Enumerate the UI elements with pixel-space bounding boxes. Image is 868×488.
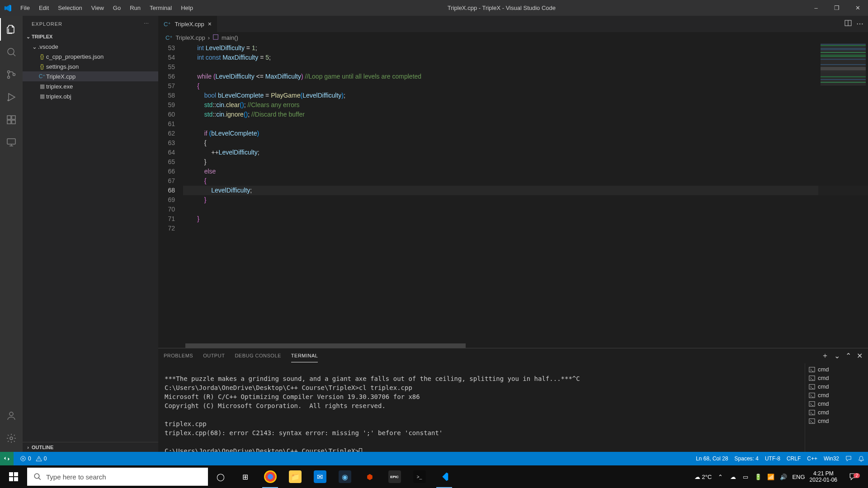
menu-help[interactable]: Help bbox=[176, 0, 198, 16]
tray-onedrive-icon[interactable]: ☁ bbox=[729, 474, 737, 480]
breadcrumb-file[interactable]: TripleX.cpp bbox=[175, 34, 205, 41]
start-button[interactable] bbox=[0, 465, 27, 488]
taskbar-search[interactable]: Type here to search bbox=[27, 468, 208, 486]
taskbar-vscode-icon[interactable] bbox=[432, 465, 457, 488]
chevron-down-icon: ⌄ bbox=[24, 33, 32, 40]
sidebar-more-icon[interactable]: ⋯ bbox=[144, 21, 149, 27]
run-debug-icon[interactable] bbox=[0, 86, 23, 108]
panel-tab-problems[interactable]: PROBLEMS bbox=[164, 349, 193, 362]
windows-taskbar: Type here to search ◯ ⊞ 📁 ✉ ◉ ⬢ EPIC >_ … bbox=[0, 465, 868, 488]
taskbar-taskview-icon[interactable]: ⊞ bbox=[233, 465, 258, 488]
weather-icon: ☁ bbox=[694, 474, 700, 480]
status-spaces[interactable]: Spaces: 4 bbox=[735, 455, 759, 462]
remote-explorer-icon[interactable] bbox=[0, 131, 23, 154]
menu-terminal[interactable]: Terminal bbox=[145, 0, 176, 16]
taskbar-cortana-icon[interactable]: ◯ bbox=[208, 465, 233, 488]
tree-folder-vscode[interactable]: ⌄ .vscode bbox=[23, 42, 158, 52]
panel-tab-output[interactable]: OUTPUT bbox=[203, 349, 225, 362]
account-icon[interactable] bbox=[0, 404, 23, 427]
tree-file-active[interactable]: C⁺ TripleX.cpp bbox=[23, 71, 158, 81]
maximize-panel-icon[interactable]: ⌃ bbox=[845, 352, 851, 360]
status-feedback-icon[interactable] bbox=[845, 455, 852, 462]
menu-edit[interactable]: Edit bbox=[34, 0, 53, 16]
tray-chevron-icon[interactable]: ⌃ bbox=[716, 474, 724, 480]
cpp-icon: C⁺ bbox=[164, 21, 171, 28]
extensions-icon[interactable] bbox=[0, 108, 23, 131]
tray-meetnow-icon[interactable]: ▭ bbox=[741, 474, 750, 480]
terminal-output[interactable]: ***The puzzle makes a grinding sound, an… bbox=[158, 363, 805, 452]
status-language[interactable]: C++ bbox=[807, 455, 817, 462]
status-target[interactable]: Win32 bbox=[824, 455, 839, 462]
explorer-icon[interactable] bbox=[0, 18, 23, 41]
tray-wifi-icon[interactable]: 📶 bbox=[767, 474, 775, 480]
menu-selection[interactable]: Selection bbox=[53, 0, 86, 16]
menu-view[interactable]: View bbox=[87, 0, 108, 16]
maximize-button[interactable]: ❐ bbox=[826, 0, 847, 16]
terminal-list-item[interactable]: cmd bbox=[805, 374, 868, 382]
terminal-list-item[interactable]: cmd bbox=[805, 399, 868, 408]
status-eol[interactable]: CRLF bbox=[787, 455, 801, 462]
close-panel-icon[interactable]: ✕ bbox=[857, 352, 863, 360]
weather-widget[interactable]: ☁ 2°C bbox=[694, 474, 712, 480]
taskbar-explorer-icon[interactable]: 📁 bbox=[283, 465, 307, 488]
search-icon[interactable] bbox=[0, 41, 23, 63]
editor-body[interactable]: 5354555657585960616263646566676869707172… bbox=[158, 43, 868, 343]
horizontal-scrollbar[interactable] bbox=[158, 343, 868, 348]
status-bell-icon[interactable] bbox=[858, 455, 864, 462]
scrollbar-thumb[interactable] bbox=[185, 343, 466, 348]
source-control-icon[interactable] bbox=[0, 63, 23, 86]
json-icon: {} bbox=[38, 63, 46, 70]
notification-center-icon[interactable]: 2 bbox=[842, 473, 864, 481]
tray-clock[interactable]: 4:21 PM 2022-01-06 bbox=[810, 470, 837, 483]
status-errors[interactable]: 0 0 bbox=[20, 455, 47, 462]
panel-tab-terminal[interactable]: TERMINAL bbox=[291, 349, 318, 362]
tree-file[interactable]: {} c_cpp_properties.json bbox=[23, 52, 158, 61]
outline-section-header[interactable]: › OUTLINE bbox=[23, 442, 158, 452]
panel-tab-debug[interactable]: DEBUG CONSOLE bbox=[235, 349, 281, 362]
obj-icon: ▦ bbox=[38, 93, 46, 100]
terminal-list-item[interactable]: cmd bbox=[805, 391, 868, 399]
close-button[interactable]: ✕ bbox=[847, 0, 868, 16]
explorer-section-header[interactable]: ⌄ TRIPLEX bbox=[23, 32, 158, 42]
breadcrumb[interactable]: C⁺ TripleX.cpp › main() bbox=[158, 32, 868, 43]
minimize-button[interactable]: – bbox=[806, 0, 826, 16]
taskbar-cmd-icon[interactable]: >_ bbox=[407, 465, 432, 488]
taskbar-steam-icon[interactable]: ◉ bbox=[332, 465, 357, 488]
menu-go[interactable]: Go bbox=[108, 0, 125, 16]
editor-tab-active[interactable]: C⁺ TripleX.cpp × bbox=[158, 16, 217, 32]
split-editor-icon[interactable] bbox=[844, 19, 852, 28]
tray-battery-icon[interactable]: 🔋 bbox=[754, 474, 762, 480]
tray-volume-icon[interactable]: 🔊 bbox=[779, 474, 788, 480]
terminal-list-item[interactable]: cmd bbox=[805, 408, 868, 417]
new-terminal-icon[interactable]: ＋ bbox=[821, 351, 829, 361]
tab-close-icon[interactable]: × bbox=[208, 20, 212, 28]
svg-point-4 bbox=[8, 100, 9, 101]
menu-file[interactable]: File bbox=[16, 0, 34, 16]
taskbar-epic-icon[interactable]: EPIC bbox=[382, 465, 407, 488]
settings-icon[interactable] bbox=[0, 427, 23, 450]
remote-indicator[interactable] bbox=[0, 452, 14, 465]
status-encoding[interactable]: UTF-8 bbox=[765, 455, 780, 462]
tree-file[interactable]: ▦ triplex.exe bbox=[23, 81, 158, 91]
editor-column: C⁺ TripleX.cpp × ⋯ C⁺ TripleX.cpp › main… bbox=[158, 16, 868, 452]
terminal-list-item[interactable]: cmd bbox=[805, 382, 868, 391]
terminal-list-item[interactable]: cmd bbox=[805, 365, 868, 374]
sidebar-title: EXPLORER bbox=[32, 21, 62, 27]
section-title: TRIPLEX bbox=[32, 34, 52, 39]
more-actions-icon[interactable]: ⋯ bbox=[856, 19, 863, 28]
title-bar: File Edit Selection View Go Run Terminal… bbox=[0, 0, 868, 16]
terminal-list-item[interactable]: cmd bbox=[805, 417, 868, 425]
breadcrumb-symbol[interactable]: main() bbox=[222, 34, 238, 41]
tray-language[interactable]: ENG bbox=[792, 474, 805, 480]
tree-file[interactable]: ▦ triplex.obj bbox=[23, 91, 158, 101]
svg-point-11 bbox=[10, 437, 13, 440]
taskbar-chrome-icon[interactable] bbox=[258, 465, 283, 488]
minimap[interactable] bbox=[818, 43, 868, 343]
tree-file[interactable]: {} settings.json bbox=[23, 61, 158, 71]
status-cursor[interactable]: Ln 68, Col 28 bbox=[696, 455, 728, 462]
taskbar-mail-icon[interactable]: ✉ bbox=[307, 465, 332, 488]
terminal-dropdown-icon[interactable]: ⌄ bbox=[834, 352, 840, 360]
taskbar-office-icon[interactable]: ⬢ bbox=[357, 465, 382, 488]
code-area[interactable]: int LevelDifficulty = 1; int const MaxDi… bbox=[183, 43, 868, 343]
menu-run[interactable]: Run bbox=[125, 0, 145, 16]
